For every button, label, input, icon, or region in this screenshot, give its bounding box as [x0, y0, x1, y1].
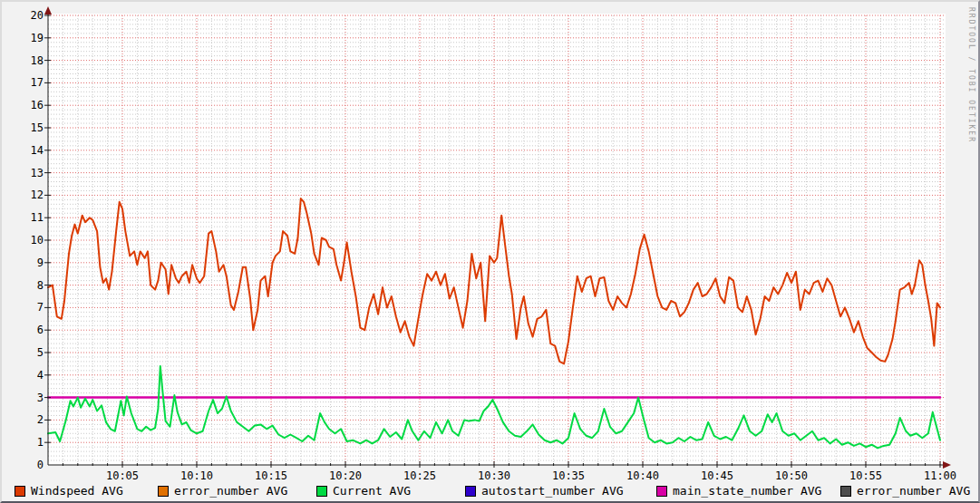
legend-swatch: [465, 486, 476, 497]
legend-swatch: [158, 486, 169, 497]
y-axis-arrow: [44, 6, 52, 15]
x-tick-label: 10:25: [393, 469, 447, 482]
legend-swatch: [656, 486, 667, 497]
x-tick-label: 10:35: [541, 469, 596, 482]
legend-swatch: [15, 486, 25, 497]
y-tick-label: 20: [13, 9, 44, 22]
y-tick-label: 18: [13, 54, 44, 67]
y-tick-label: 11: [13, 211, 44, 224]
x-tick-label: 10:40: [616, 469, 670, 482]
y-tick-label: 1: [13, 436, 44, 449]
watermark: RRDTOOL / TOBI OETIKER: [967, 7, 975, 143]
x-tick-label: 11:00: [913, 469, 967, 482]
legend-label: Windspeed AVG: [31, 484, 123, 498]
y-tick-label: 4: [13, 369, 44, 382]
legend-label: error_number AVG: [174, 484, 287, 498]
y-tick-label: 5: [13, 346, 44, 359]
y-tick-label: 17: [13, 76, 44, 89]
y-tick-label: 10: [13, 234, 44, 247]
y-tick-label: 8: [13, 279, 44, 292]
y-tick-label: 9: [13, 256, 44, 269]
rrd-graph-image: 01234567891011121314151617181920 10:0510…: [0, 0, 980, 503]
legend-label: error_number AVG: [857, 484, 970, 498]
y-tick-label: 12: [13, 189, 44, 201]
y-tick-label: 15: [13, 121, 44, 134]
y-tick-label: 0: [13, 459, 44, 471]
x-tick-label: 10:20: [318, 469, 373, 482]
y-tick-label: 6: [13, 324, 44, 336]
chart-canvas: [2, 2, 980, 503]
legend-swatch: [840, 486, 851, 497]
x-tick-label: 10:30: [467, 469, 521, 482]
x-tick-label: 10:45: [690, 469, 744, 482]
x-axis-arrow: [943, 461, 951, 469]
y-tick-label: 7: [13, 301, 44, 314]
y-tick-label: 13: [13, 167, 44, 179]
x-tick-label: 10:05: [95, 469, 150, 482]
legend-label: main_state_number AVG: [673, 484, 821, 498]
legend-swatch: [316, 486, 327, 497]
y-tick-label: 16: [13, 99, 44, 111]
x-tick-label: 10:10: [170, 469, 224, 482]
y-tick-label: 14: [13, 144, 44, 157]
y-tick-label: 2: [13, 413, 44, 426]
y-tick-label: 19: [13, 32, 44, 44]
x-tick-label: 10:55: [839, 469, 893, 482]
x-tick-label: 10:15: [244, 469, 298, 482]
legend-label: autostart_number AVG: [481, 484, 624, 498]
legend-label: Current AVG: [333, 484, 411, 498]
x-tick-label: 10:50: [764, 469, 819, 482]
y-tick-label: 3: [13, 392, 44, 404]
